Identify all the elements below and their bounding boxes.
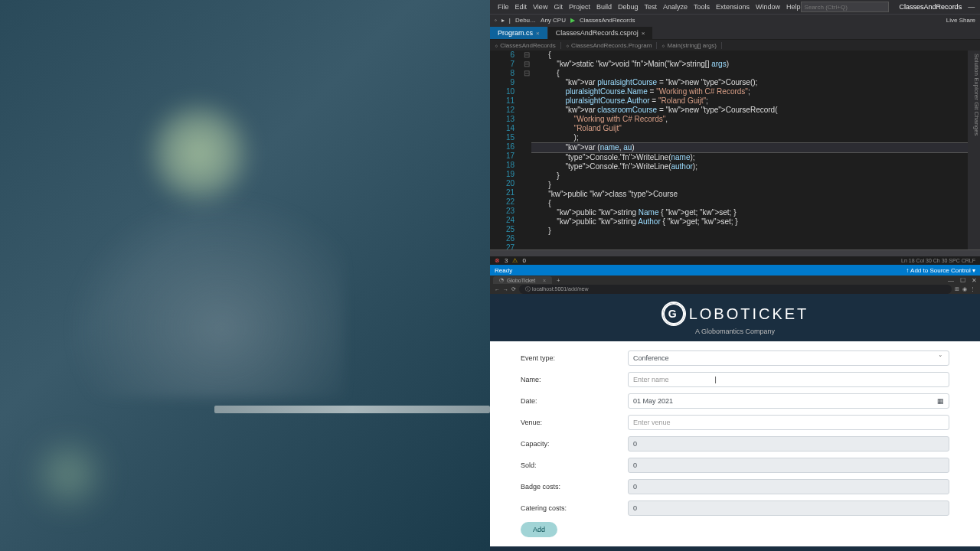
line-numbers: 6789101112131415161718192021222324252627… — [490, 51, 522, 249]
date-label: Date: — [521, 397, 628, 405]
new-tab-button[interactable]: + — [557, 278, 560, 283]
vs-menu-debug[interactable]: Debug — [618, 3, 639, 11]
build-platform[interactable]: Any CPU — [541, 17, 566, 24]
event-form: Event type: Conference Name: Enter name|… — [490, 341, 980, 546]
fold-gutter[interactable]: ⊟ ⊟ ⊟ — [522, 51, 531, 249]
breadcrumb-item[interactable]: ⬦ Main(string[] args) — [657, 42, 722, 49]
decorative-photo — [0, 0, 490, 551]
vs-menu-test[interactable]: Test — [644, 3, 657, 11]
browser-back-icon[interactable]: ← — [495, 287, 500, 292]
vs-editor-tabs: Program.cs×ClassesAndRecords.csproj× — [490, 26, 980, 40]
site-header: G LOBOTICKET A Globomantics Company — [490, 294, 980, 341]
vs-menu-build[interactable]: Build — [596, 3, 612, 11]
venue-label: Venue: — [521, 419, 628, 426]
error-list-bar[interactable]: ⊗3 ⚠0 Ln 18 Col 30 Ch 30 SPC CRLF — [490, 256, 980, 265]
web-page-content: G LOBOTICKET A Globomantics Company Even… — [490, 294, 980, 551]
vs-menu-analyze[interactable]: Analyze — [663, 3, 688, 11]
site-tagline: A Globomantics Company — [490, 328, 980, 335]
breadcrumb-item[interactable]: ⬦ ClassesAndRecords — [490, 42, 561, 49]
live-share-button[interactable]: Live Share — [946, 17, 975, 24]
solution-explorer-tab[interactable]: Solution Explorer Git Changes — [968, 51, 980, 249]
name-input[interactable]: Enter name| — [628, 372, 949, 387]
vs-toolbar: ◦ ▸ | Debu… Any CPU ▶ ClassesAndRecords … — [490, 14, 980, 26]
breadcrumb-item[interactable]: ⬦ ClassesAndRecords.Program — [561, 42, 658, 49]
status-source-control[interactable]: ↑ Add to Source Control ▾ — [906, 267, 975, 274]
event-type-select[interactable]: Conference — [628, 350, 949, 366]
extensions-icon[interactable]: ⊞ — [955, 286, 959, 292]
nav-fwd-icon[interactable]: ▸ — [501, 17, 505, 24]
capacity-label: Capacity: — [521, 440, 628, 448]
url-text: localhost:5001/add/new — [532, 286, 589, 292]
browser-close-icon[interactable]: ✕ — [972, 277, 977, 284]
logo-mark-icon: G — [662, 302, 686, 326]
calendar-icon[interactable]: ▦ — [937, 397, 944, 405]
site-info-icon[interactable]: ⓘ — [525, 286, 531, 292]
browser-tab[interactable]: ◔ GloboTicket — [493, 276, 552, 284]
minimize-icon[interactable]: — — [968, 3, 975, 11]
browser-address-bar: ← → ⟳ ⓘ localhost:5001/add/new ⊞ ◉ ⋮ — [490, 285, 980, 294]
build-config[interactable]: Debu… — [515, 17, 536, 24]
vs-main-menu: FileEditViewGitProjectBuildDebugTestAnal… — [498, 3, 801, 11]
vs-menu-project[interactable]: Project — [569, 3, 590, 11]
nav-back-icon[interactable]: ◦ — [495, 17, 497, 24]
catering-costs-input[interactable]: 0 — [628, 500, 949, 516]
logo-text: LOBOTICKET — [689, 305, 809, 323]
site-footer — [490, 546, 980, 551]
add-button[interactable]: Add — [521, 522, 557, 537]
tab-close-icon[interactable]: × — [536, 30, 540, 37]
vs-status-bar: Ready ↑ Add to Source Control ▾ — [490, 265, 980, 276]
editor-tab[interactable]: Program.cs× — [490, 27, 548, 39]
vs-menu-view[interactable]: View — [533, 3, 547, 11]
vs-search-input[interactable] — [801, 2, 889, 12]
badge-costs-label: Badge costs: — [521, 483, 628, 491]
sold-input[interactable]: 0 — [628, 458, 949, 473]
vs-menu-git[interactable]: Git — [554, 3, 563, 11]
vs-titlebar: FileEditViewGitProjectBuildDebugTestAnal… — [490, 0, 980, 14]
site-logo[interactable]: G LOBOTICKET — [490, 302, 980, 326]
vs-menu-window[interactable]: Window — [756, 3, 780, 11]
tab-favicon-icon: ◔ — [499, 277, 504, 283]
browser-minimize-icon[interactable]: — — [948, 277, 954, 284]
capacity-input[interactable]: 0 — [628, 436, 949, 452]
badge-costs-input[interactable]: 0 — [628, 479, 949, 494]
vs-menu-tools[interactable]: Tools — [694, 3, 710, 11]
vs-menu-extensions[interactable]: Extensions — [716, 3, 750, 11]
browser-reload-icon[interactable]: ⟳ — [511, 286, 516, 292]
warning-count: 0 — [522, 257, 525, 264]
browser-window: ◔ GloboTicket + — ☐ ✕ ← → ⟳ ⓘ localhost:… — [490, 276, 980, 551]
code-content[interactable]: { "kw">static "kw">void "fn">Main("kw">s… — [531, 51, 980, 249]
venue-input[interactable]: Enter venue — [628, 415, 949, 430]
horizontal-scrollbar[interactable] — [490, 249, 980, 256]
catering-costs-label: Catering costs: — [521, 504, 628, 512]
event-type-label: Event type: — [521, 354, 628, 362]
vs-code-editor[interactable]: 6789101112131415161718192021222324252627… — [490, 51, 980, 249]
tab-close-icon[interactable]: × — [642, 30, 645, 37]
tab-title: GloboTicket — [507, 278, 535, 283]
editor-tab[interactable]: ClassesAndRecords.csproj× — [548, 27, 654, 39]
run-target[interactable]: ClassesAndRecords — [580, 17, 635, 24]
vs-solution-name: ClassesAndRecords — [893, 3, 969, 11]
browser-menu-icon[interactable]: ⋮ — [970, 286, 975, 292]
vs-breadcrumb: ⬦ ClassesAndRecords⬦ ClassesAndRecords.P… — [490, 40, 980, 51]
status-ready: Ready — [495, 267, 512, 274]
browser-fwd-icon[interactable]: → — [503, 287, 508, 292]
vs-menu-help[interactable]: Help — [786, 3, 801, 11]
error-count: 3 — [505, 257, 508, 264]
browser-maximize-icon[interactable]: ☐ — [960, 277, 965, 284]
browser-tab-strip: ◔ GloboTicket + — ☐ ✕ — [490, 276, 980, 285]
profile-icon[interactable]: ◉ — [962, 286, 967, 292]
date-input[interactable]: 01 May 2021▦ — [628, 393, 949, 409]
name-label: Name: — [521, 376, 628, 383]
vs-menu-edit[interactable]: Edit — [515, 3, 528, 11]
vs-menu-file[interactable]: File — [498, 3, 509, 11]
visual-studio-window: FileEditViewGitProjectBuildDebugTestAnal… — [490, 0, 980, 276]
sold-label: Sold: — [521, 461, 628, 469]
url-input[interactable]: ⓘ localhost:5001/add/new — [519, 285, 952, 294]
